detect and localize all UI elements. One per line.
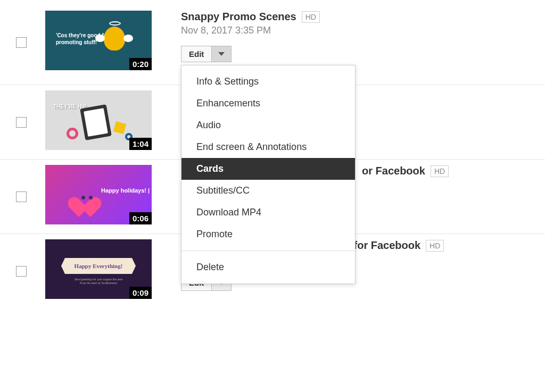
menu-section: Info & Settings Enhancements Audio End s… [181, 65, 355, 251]
thumbnail-cell: Happy holidays! | 0:06 [43, 165, 154, 224]
chevron-down-icon [218, 52, 225, 56]
ring-icon [67, 128, 78, 139]
eye-icon [89, 196, 93, 199]
wing-icon [123, 35, 133, 42]
hd-badge: HD [426, 240, 444, 252]
menu-item-delete[interactable]: Delete [181, 256, 355, 278]
menu-item-enhancements[interactable]: Enhancements [181, 93, 355, 114]
menu-item-info-settings[interactable]: Info & Settings [181, 71, 355, 93]
hd-badge: HD [431, 165, 449, 177]
video-date: Nov 8, 2017 3:35 PM [181, 25, 545, 36]
heart-icon [75, 189, 98, 210]
thumbnail-cell: 'Cos they're good forpromoting stuff! 0:… [43, 11, 154, 70]
checkbox-cell [0, 90, 43, 128]
checkbox-cell [0, 11, 43, 48]
edit-dropdown-menu: Info & Settings Enhancements Audio End s… [181, 65, 356, 284]
cube-icon [113, 121, 126, 134]
menu-item-audio[interactable]: Audio [181, 114, 355, 136]
video-row: 'Cos they're good forpromoting stuff! 0:… [0, 11, 545, 85]
wing-icon [95, 35, 105, 42]
duration-badge: 1:04 [129, 138, 152, 150]
menu-item-cards[interactable]: Cards [181, 158, 355, 180]
video-title[interactable]: or Facebook [362, 165, 425, 177]
thumb-caption: Happy holidays! | [101, 187, 150, 194]
thumb-caption: Happy Everything! [75, 263, 123, 269]
menu-item-download-mp4[interactable]: Download MP4 [181, 202, 355, 223]
video-thumbnail[interactable]: THEY'RE HIP 1:04 [45, 90, 152, 150]
halo-icon [109, 21, 121, 26]
menu-item-promote[interactable]: Promote [181, 223, 355, 245]
select-checkbox[interactable] [16, 266, 27, 277]
video-title[interactable]: Snappy Promo Scenes [181, 11, 296, 23]
checkbox-cell [0, 239, 43, 277]
character-icon [104, 27, 125, 51]
duration-badge: 0:09 [129, 287, 152, 299]
hd-badge: HD [302, 11, 320, 23]
video-thumbnail[interactable]: Happy Everything! Send greetings for you… [45, 239, 152, 299]
video-info: Snappy Promo Scenes HD Nov 8, 2017 3:35 … [154, 11, 545, 62]
menu-item-end-screen[interactable]: End screen & Annotations [181, 136, 355, 158]
card-icon [80, 104, 112, 140]
select-checkbox[interactable] [16, 191, 27, 202]
thumbnail-cell: THEY'RE HIP 1:04 [43, 90, 154, 150]
video-thumbnail[interactable]: 'Cos they're good forpromoting stuff! 0:… [45, 11, 152, 70]
menu-section: Delete [181, 251, 355, 283]
edit-dropdown-toggle[interactable] [212, 46, 232, 62]
checkbox-cell [0, 165, 43, 202]
banner-icon: Happy Everything! [61, 258, 136, 274]
edit-button[interactable]: Edit [181, 46, 212, 62]
duration-badge: 0:06 [129, 212, 152, 224]
menu-item-subtitles[interactable]: Subtitles/CC [181, 180, 355, 202]
select-checkbox[interactable] [16, 117, 27, 128]
eye-icon [81, 196, 85, 199]
video-list: 'Cos they're good forpromoting stuff! 0:… [0, 0, 545, 308]
thumb-subtext: Send greetings for your support this yea… [75, 278, 122, 285]
duration-badge: 0:20 [129, 58, 152, 70]
title-row: Snappy Promo Scenes HD [181, 11, 545, 23]
edit-button-group: Edit Info & Settings Enhancements Audio … [181, 46, 232, 62]
select-checkbox[interactable] [16, 37, 27, 48]
video-thumbnail[interactable]: Happy holidays! | 0:06 [45, 165, 152, 224]
thumbnail-cell: Happy Everything! Send greetings for you… [43, 239, 154, 299]
